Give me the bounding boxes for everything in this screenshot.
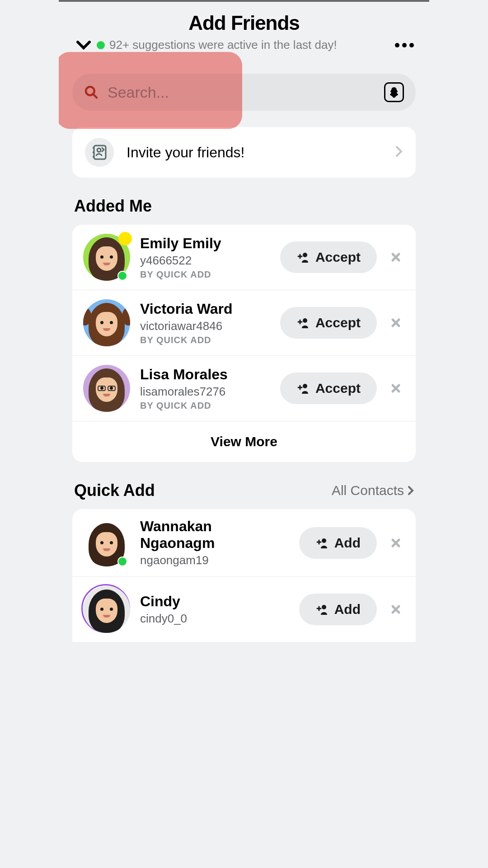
svg-point-9	[303, 384, 307, 388]
all-contacts-label: All Contacts	[332, 483, 404, 498]
friend-meta: BY QUICK ADD	[140, 269, 270, 280]
friend-name: Victoria Ward	[140, 301, 270, 317]
add-button[interactable]: Add	[299, 594, 377, 625]
active-dot-icon	[97, 41, 105, 49]
avatar[interactable]	[83, 234, 130, 281]
avatar[interactable]	[83, 365, 130, 412]
active-suggestions-text: 92+ suggestions were active in the last …	[109, 38, 390, 52]
svg-point-11	[322, 605, 326, 609]
search-icon	[84, 85, 99, 99]
friend-username: cindy0_0	[140, 612, 289, 626]
friend-row: Wannakan Ngaonagm ngaongam19 Add	[72, 509, 416, 576]
friend-username: y4666522	[140, 254, 270, 268]
friend-meta: BY QUICK ADD	[140, 335, 270, 345]
friend-name: Wannakan Ngaonagm	[140, 518, 289, 552]
chevron-right-icon	[395, 145, 403, 160]
invite-label: Invite your friends!	[127, 144, 382, 161]
friend-username: ngaongam19	[140, 553, 289, 567]
close-icon	[390, 604, 401, 615]
dismiss-button[interactable]	[387, 248, 405, 266]
page-title: Add Friends	[68, 12, 420, 34]
friend-username: victoriawar4846	[140, 319, 270, 333]
online-badge-icon	[117, 271, 127, 281]
svg-point-8	[303, 318, 307, 323]
svg-point-7	[303, 253, 307, 257]
close-icon	[390, 538, 401, 548]
contacts-book-icon	[85, 138, 114, 167]
avatar[interactable]	[83, 299, 130, 346]
add-person-icon	[296, 317, 309, 328]
more-options-button[interactable]	[395, 43, 414, 47]
quick-add-header: Quick Add	[74, 481, 155, 500]
search-bar[interactable]	[72, 74, 416, 111]
friend-info: Victoria Ward victoriawar4846 BY QUICK A…	[140, 301, 270, 345]
page-header: Add Friends 92+ suggestions were active …	[59, 2, 429, 57]
friend-row: Emily Emily y4666522 BY QUICK ADD Accept	[72, 225, 416, 290]
friend-row: Victoria Ward victoriawar4846 BY QUICK A…	[72, 290, 416, 355]
friend-username: lisamorales7276	[140, 385, 270, 399]
add-button[interactable]: Add	[299, 527, 377, 559]
avatar[interactable]	[83, 586, 130, 633]
search-input[interactable]	[108, 84, 375, 101]
friend-name: Emily Emily	[140, 235, 270, 252]
quick-add-list: Wannakan Ngaonagm ngaongam19 Add	[72, 509, 416, 642]
invite-card[interactable]: Invite your friends!	[72, 127, 416, 178]
friend-row: Cindy cindy0_0 Add	[72, 576, 416, 642]
accept-button[interactable]: Accept	[280, 307, 377, 339]
accept-button[interactable]: Accept	[280, 373, 377, 404]
all-contacts-link[interactable]: All Contacts	[332, 483, 414, 498]
friend-info: Emily Emily y4666522 BY QUICK ADD	[140, 235, 270, 280]
friend-info: Wannakan Ngaonagm ngaongam19	[140, 518, 289, 567]
view-more-button[interactable]: View More	[72, 421, 416, 462]
close-icon	[390, 317, 401, 328]
friend-name: Cindy	[140, 593, 289, 610]
add-person-icon	[315, 538, 328, 548]
dismiss-button[interactable]	[387, 314, 405, 332]
close-icon	[390, 383, 401, 394]
action-label: Add	[334, 535, 361, 551]
action-label: Add	[334, 602, 361, 617]
friend-info: Lisa Morales lisamorales7276 BY QUICK AD…	[140, 366, 270, 411]
chevron-right-icon	[408, 486, 414, 495]
search-wrap	[59, 74, 429, 111]
add-person-icon	[296, 252, 309, 263]
added-me-header: Added Me	[74, 197, 414, 216]
dismiss-button[interactable]	[387, 600, 405, 618]
action-label: Accept	[315, 250, 361, 265]
svg-point-10	[322, 538, 326, 543]
svg-line-1	[93, 94, 97, 98]
add-person-icon	[315, 604, 328, 615]
close-chevron-icon[interactable]	[76, 40, 91, 51]
dismiss-button[interactable]	[387, 379, 405, 397]
avatar[interactable]	[83, 519, 130, 566]
friend-row: Lisa Morales lisamorales7276 BY QUICK AD…	[72, 355, 416, 421]
new-badge-icon	[118, 232, 132, 245]
friend-info: Cindy cindy0_0	[140, 593, 289, 626]
svg-point-6	[97, 148, 101, 152]
dismiss-button[interactable]	[387, 534, 405, 552]
add-person-icon	[296, 383, 309, 394]
action-label: Accept	[315, 381, 361, 396]
snapcode-scan-icon[interactable]	[384, 82, 404, 102]
action-label: Accept	[315, 315, 361, 330]
friend-meta: BY QUICK ADD	[140, 401, 270, 411]
friend-name: Lisa Morales	[140, 366, 270, 383]
subheader-row: 92+ suggestions were active in the last …	[68, 38, 420, 52]
accept-button[interactable]: Accept	[280, 241, 377, 273]
close-icon	[390, 252, 401, 263]
quick-add-header-row: Quick Add All Contacts	[74, 481, 414, 500]
online-badge-icon	[117, 557, 127, 566]
added-me-list: Emily Emily y4666522 BY QUICK ADD Accept	[72, 225, 416, 462]
